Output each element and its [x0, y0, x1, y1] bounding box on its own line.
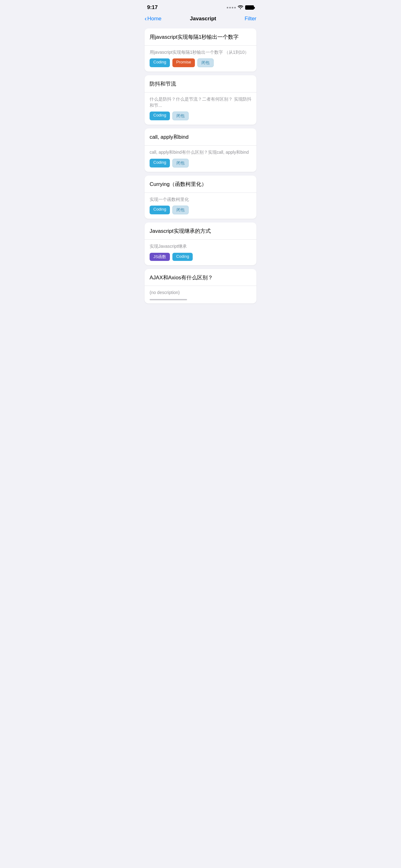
tag-coding[interactable]: Coding	[149, 58, 170, 67]
card-title: Javascript实现继承的方式	[149, 227, 252, 235]
card-item[interactable]: 防抖和节流 什么是防抖？什么是节流？二者有何区别？ 实现防抖和节... Codi…	[144, 75, 257, 125]
tag-coding[interactable]: Coding	[149, 112, 170, 120]
card-title: 用javascript实现每隔1秒输出一个数字	[149, 33, 252, 41]
card-title-section: 用javascript实现每隔1秒输出一个数字	[144, 28, 257, 45]
card-description: 实现Javascript继承	[149, 243, 252, 250]
status-icons	[227, 5, 254, 10]
card-body: call, apply和bind有什么区别？实现call, apply和bind…	[144, 146, 257, 172]
card-body: 实现一个函数柯里化 Coding 闭包	[144, 193, 257, 219]
tag-list: Coding Promise 闭包	[149, 58, 252, 67]
card-title: AJAX和Axios有什么区别？	[149, 274, 252, 281]
back-label: Home	[147, 16, 162, 22]
card-title-section: Javascript实现继承的方式	[144, 222, 257, 240]
tag-list: Coding 闭包	[149, 159, 252, 167]
tag-list: Coding 闭包	[149, 112, 252, 120]
card-description: 用javascript实现每隔1秒输出一个数字 （从1到10）	[149, 50, 252, 56]
card-title-section: call, apply和bind	[144, 128, 257, 146]
card-item[interactable]: 用javascript实现每隔1秒输出一个数字 用javascript实现每隔1…	[144, 28, 257, 71]
card-body: 实现Javascript继承 JS函数 Coding	[144, 240, 257, 265]
status-bar: 9:17	[140, 0, 261, 12]
battery-icon	[245, 5, 254, 10]
tag-closure[interactable]: 闭包	[197, 58, 213, 67]
card-title-section: Currying（函数柯里化）	[144, 176, 257, 193]
card-body: 用javascript实现每隔1秒输出一个数字 （从1到10） Coding P…	[144, 45, 257, 72]
card-title-section: AJAX和Axios有什么区别？	[144, 269, 257, 286]
tag-coding[interactable]: Coding	[172, 253, 193, 261]
tag-closure[interactable]: 闭包	[172, 159, 189, 167]
scroll-indicator	[149, 299, 187, 300]
card-list: 用javascript实现每隔1秒输出一个数字 用javascript实现每隔1…	[140, 26, 261, 306]
tag-list: Coding 闭包	[149, 206, 252, 214]
tag-closure[interactable]: 闭包	[172, 206, 189, 214]
card-item[interactable]: AJAX和Axios有什么区别？ (no description)	[144, 269, 257, 303]
card-body: 什么是防抖？什么是节流？二者有何区别？ 实现防抖和节... Coding 闭包	[144, 92, 257, 125]
card-title: Currying（函数柯里化）	[149, 181, 252, 188]
card-description: call, apply和bind有什么区别？实现call, apply和bind	[149, 149, 252, 156]
tag-jsfunc[interactable]: JS函数	[149, 253, 170, 261]
back-button[interactable]: ‹ Home	[144, 15, 162, 22]
card-title: call, apply和bind	[149, 133, 252, 141]
card-title-section: 防抖和节流	[144, 75, 257, 92]
card-body: (no description)	[144, 286, 257, 303]
tag-promise[interactable]: Promise	[172, 58, 195, 67]
tag-coding[interactable]: Coding	[149, 206, 170, 214]
tag-coding[interactable]: Coding	[149, 159, 170, 167]
card-description: 什么是防抖？什么是节流？二者有何区别？ 实现防抖和节...	[149, 96, 252, 108]
page-title: Javascript	[190, 16, 216, 22]
card-title: 防抖和节流	[149, 80, 252, 88]
card-item[interactable]: Javascript实现继承的方式 实现Javascript继承 JS函数 Co…	[144, 222, 257, 265]
filter-button[interactable]: Filter	[244, 16, 257, 22]
card-description: (no description)	[149, 290, 252, 296]
chevron-left-icon: ‹	[144, 15, 147, 22]
signal-icon	[227, 7, 236, 8]
status-time: 9:17	[147, 4, 158, 11]
tag-closure[interactable]: 闭包	[172, 112, 189, 120]
wifi-icon	[238, 5, 243, 10]
card-item[interactable]: call, apply和bind call, apply和bind有什么区别？实…	[144, 128, 257, 172]
tag-list: JS函数 Coding	[149, 253, 252, 261]
nav-bar: ‹ Home Javascript Filter	[140, 12, 261, 26]
card-item[interactable]: Currying（函数柯里化） 实现一个函数柯里化 Coding 闭包	[144, 176, 257, 219]
card-description: 实现一个函数柯里化	[149, 196, 252, 203]
